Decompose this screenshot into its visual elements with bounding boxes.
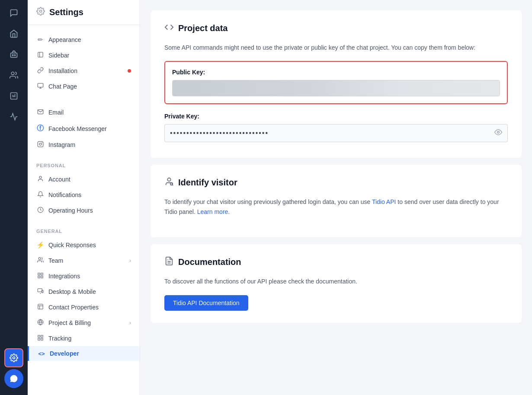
operating-hours-icon — [36, 207, 44, 214]
sidebar-item-account-label: Account — [48, 176, 71, 183]
svg-point-1 — [12, 54, 13, 56]
sidebar-item-team-label: Team — [48, 257, 63, 264]
svg-rect-31 — [38, 335, 39, 337]
svg-point-17 — [39, 143, 42, 145]
sidebar-item-account[interactable]: Account — [28, 172, 140, 187]
sidebar-item-appearance-label: Appearance — [48, 36, 81, 43]
svg-point-2 — [14, 54, 16, 56]
team-icon — [36, 257, 44, 264]
svg-point-18 — [42, 143, 42, 143]
sidebar-item-quick-responses-label: Quick Responses — [48, 242, 96, 248]
sidebar-item-sidebar-label: Sidebar — [48, 52, 69, 59]
developer-icon: <> — [38, 350, 45, 357]
identify-visitor-desc-part3: . — [228, 208, 230, 215]
sidebar-item-developer-label: Developer — [50, 350, 79, 357]
integrations-icon — [36, 272, 44, 280]
sidebar-item-email[interactable]: Email — [28, 105, 140, 120]
private-key-value: •••••••••••••••••••••••••••••• — [170, 129, 494, 137]
sidebar-item-integrations[interactable]: Integrations — [28, 268, 140, 284]
desktop-mobile-icon — [36, 288, 44, 296]
sidebar-item-notifications[interactable]: Notifications — [28, 187, 140, 203]
tidio-api-link[interactable]: Tidio API — [372, 198, 396, 205]
private-key-label: Private Key: — [164, 113, 508, 120]
svg-rect-22 — [38, 273, 39, 275]
svg-rect-23 — [41, 273, 42, 275]
svg-point-9 — [13, 357, 15, 359]
sidebar-item-installation-label: Installation — [48, 67, 77, 74]
documentation-description: To discover all the functions of our API… — [164, 277, 508, 286]
sidebar-item-contact-properties[interactable]: Contact Properties — [28, 299, 140, 315]
sidebar-item-project-billing-label: Project & Billing — [48, 319, 91, 326]
sidebar-item-developer[interactable]: <> Developer — [28, 346, 140, 361]
svg-point-21 — [38, 258, 41, 260]
icon-bar-top — [4, 3, 23, 348]
sidebar-item-instagram[interactable]: Instagram — [28, 137, 140, 153]
facebook-icon: ⓕ — [36, 124, 44, 133]
svg-point-19 — [39, 176, 42, 178]
sidebar-item-installation[interactable]: Installation — [28, 63, 140, 79]
sidebar-item-email-label: Email — [48, 109, 64, 116]
public-key-input-wrapper — [172, 80, 500, 96]
home-icon[interactable] — [4, 24, 23, 43]
svg-rect-33 — [41, 338, 42, 340]
analytics-icon[interactable] — [4, 107, 23, 126]
svg-point-4 — [11, 72, 14, 75]
notifications-icon — [36, 191, 44, 199]
public-key-input[interactable] — [172, 80, 500, 96]
sidebar-item-appearance[interactable]: ✏ Appearance — [28, 32, 140, 48]
svg-rect-28 — [38, 304, 42, 309]
sidebar-item-tracking[interactable]: Tracking — [28, 331, 140, 346]
sidebar-item-contact-properties-label: Contact Properties — [48, 304, 99, 311]
private-key-section: Private Key: •••••••••••••••••••••••••••… — [164, 113, 508, 142]
identify-visitor-card: Identify visitor To identify your chat v… — [151, 165, 522, 237]
documentation-title: Documentation — [164, 256, 508, 268]
sidebar-item-chat-page[interactable]: Chat Page — [28, 79, 140, 94]
svg-rect-24 — [41, 276, 42, 278]
learn-more-link[interactable]: Learn more — [197, 208, 228, 215]
svg-rect-27 — [42, 290, 43, 293]
sidebar: Settings ✏ Appearance Sidebar Ins — [28, 0, 140, 395]
sidebar-personal-section: PERSONAL Account Notifications — [28, 156, 140, 222]
contact-properties-icon — [36, 303, 44, 311]
sidebar-channels-section: Email ⓕ Facebook Messenger Instagram — [28, 98, 140, 156]
svg-line-38 — [173, 185, 173, 185]
sidebar-item-integrations-label: Integrations — [48, 273, 80, 280]
project-data-description: Some API commands might need to use the … — [164, 43, 508, 52]
sidebar-item-operating-hours[interactable]: Operating Hours — [28, 203, 140, 218]
documentation-title-text: Documentation — [178, 257, 241, 267]
sidebar-item-quick-responses[interactable]: ⚡ Quick Responses — [28, 237, 140, 253]
project-data-title: Project data — [164, 22, 508, 34]
chat-support-icon[interactable] — [4, 369, 23, 388]
identify-visitor-description: To identify your chat visitor using prev… — [164, 197, 508, 217]
sidebar-item-project-billing[interactable]: Project & Billing › — [28, 315, 140, 331]
tracking-icon — [36, 334, 44, 342]
reports-icon[interactable] — [4, 86, 23, 105]
sidebar-header: Settings — [28, 0, 140, 25]
documentation-icon — [164, 256, 174, 268]
sidebar-item-chat-page-label: Chat Page — [48, 83, 77, 90]
sidebar-item-tracking-label: Tracking — [48, 335, 71, 342]
settings-header-icon — [36, 7, 45, 18]
svg-point-10 — [40, 10, 42, 13]
account-icon — [36, 175, 44, 183]
bot-icon[interactable] — [4, 45, 23, 64]
identify-visitor-title: Identify visitor — [164, 177, 508, 188]
settings-nav-icon[interactable] — [4, 348, 23, 367]
private-key-input-wrapper[interactable]: •••••••••••••••••••••••••••••• — [164, 124, 508, 142]
sidebar-item-facebook[interactable]: ⓕ Facebook Messenger — [28, 120, 140, 137]
inbox-icon[interactable] — [4, 3, 23, 22]
sidebar-title: Settings — [49, 7, 83, 17]
installation-badge — [128, 69, 131, 73]
project-data-title-text: Project data — [178, 23, 228, 33]
sidebar-item-desktop-mobile-label: Desktop & Mobile — [48, 288, 96, 295]
toggle-private-key-icon[interactable] — [494, 128, 502, 138]
appearance-icon: ✏ — [36, 36, 44, 44]
sidebar-item-sidebar[interactable]: Sidebar — [28, 48, 140, 63]
contacts-icon[interactable] — [4, 66, 23, 85]
sidebar-item-team[interactable]: Team › — [28, 253, 140, 268]
svg-rect-32 — [41, 335, 42, 337]
tidio-api-doc-button[interactable]: Tidio API Documentation — [164, 295, 248, 311]
sidebar-item-desktop-mobile[interactable]: Desktop & Mobile — [28, 284, 140, 299]
sidebar-icon — [36, 51, 44, 59]
general-section-label: GENERAL — [28, 229, 140, 237]
